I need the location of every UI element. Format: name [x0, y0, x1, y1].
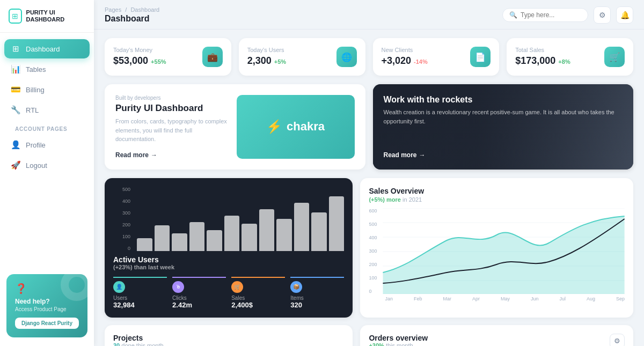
bar-item: [241, 224, 257, 251]
sidebar-nav: ⊞ Dashboard 📊 Tables 💳 Billing 🔧 RTL ACC…: [0, 33, 94, 270]
arrow-icon: →: [151, 151, 157, 159]
stat-value: +3,020 -14%: [382, 55, 428, 67]
users-stat-icon: 👤: [113, 281, 125, 293]
bar-item: [224, 216, 240, 251]
stat-info: New Clients +3,020 -14%: [382, 47, 428, 67]
bar-item: [155, 225, 170, 251]
promo-text: Built by developers Purity UI Dashboard …: [115, 95, 237, 159]
stat-value: $53,000 +55%: [113, 55, 166, 67]
dark-card-content: Work with the rockets Wealth creation is…: [384, 95, 623, 159]
notifications-button[interactable]: 🔔: [616, 6, 633, 24]
stat-card-clients: New Clients +3,020 -14% 📄: [373, 38, 500, 76]
bar-item: [207, 230, 222, 251]
bar-item: [294, 203, 310, 251]
read-more-link[interactable]: Read more →: [115, 151, 231, 159]
sidebar-item-rtl[interactable]: 🔧 RTL: [4, 100, 90, 120]
bottom-row: 5004003002001000: [105, 178, 633, 318]
settings-button[interactable]: ⚙: [594, 6, 611, 24]
stat-value: 2,300 +5%: [247, 55, 286, 67]
dark-card-title: Work with the rockets: [384, 95, 623, 105]
stat-label: New Clients: [382, 47, 428, 53]
stat-change: +55%: [151, 58, 166, 65]
items-stat-label: Items: [290, 295, 344, 301]
stat-change: +5%: [274, 58, 286, 65]
stat-cards: Today's Money $53,000 +55% 💼 Today's Use…: [105, 38, 633, 76]
promo-built-by: Built by developers: [115, 95, 231, 101]
arrow-icon: →: [419, 151, 426, 159]
sidebar-item-billing[interactable]: 💳 Billing: [4, 80, 90, 99]
sales-change: (+5%) more: [369, 196, 401, 203]
bar-item: [189, 222, 205, 251]
users-stat-label: Users: [113, 295, 167, 301]
orders-title: Orders overview: [369, 334, 428, 342]
breadcrumb-current: Dashboard: [130, 6, 159, 13]
bar-item: [276, 219, 292, 251]
dark-card-description: Wealth creation is a revolutionary recen…: [384, 108, 623, 126]
billing-icon: 💳: [11, 85, 20, 94]
orders-sub: +30% this month: [369, 342, 428, 347]
header-left: Pages / Dashboard Dashboard: [105, 6, 159, 24]
dark-read-more-link[interactable]: Read more →: [384, 151, 623, 159]
page-title: Dashboard: [105, 14, 159, 24]
orders-settings-button[interactable]: ⚙: [610, 334, 625, 347]
main-content: Pages / Dashboard Dashboard 🔍 ⚙ 🔔: [94, 0, 644, 346]
sales-title: Sales Overview: [369, 187, 625, 195]
sidebar-item-dashboard[interactable]: ⊞ Dashboard: [4, 39, 90, 58]
search-input[interactable]: [521, 11, 581, 19]
users-stat-value: 32,984: [113, 301, 167, 309]
sidebar-item-label: Logout: [26, 161, 47, 170]
bar-item: [329, 196, 345, 251]
chart-stat-clicks: 🖱 Clicks 2.42m: [172, 277, 226, 309]
sidebar-item-label: RTL: [26, 106, 39, 114]
sidebar-item-logout[interactable]: 🚀 Logout: [4, 156, 90, 175]
sidebar-logo: ⊞ PURITY UI DASHBOARD: [0, 9, 94, 33]
bar-item: [137, 238, 152, 251]
rtl-icon: 🔧: [11, 105, 20, 115]
stat-label: Total Sales: [515, 47, 570, 53]
stat-icon: 🌐: [336, 47, 357, 67]
stat-info: Today's Users 2,300 +5%: [247, 47, 286, 67]
bar-chart: [137, 187, 344, 251]
orders-header: Orders overview +30% this month ⚙: [369, 334, 625, 347]
help-button[interactable]: Django React Purity: [15, 318, 79, 329]
breadcrumb: Pages / Dashboard: [105, 6, 159, 13]
content-area: Today's Money $53,000 +55% 💼 Today's Use…: [94, 30, 644, 346]
projects-title: Projects: [113, 334, 344, 342]
sidebar-item-label: Billing: [26, 86, 45, 94]
active-users-card: 5004003002001000: [105, 178, 353, 318]
clicks-stat-value: 2.42m: [172, 301, 226, 309]
dark-promo-card: Work with the rockets Wealth creation is…: [373, 84, 634, 170]
chart-stat-users: 👤 Users 32,984: [113, 277, 167, 309]
middle-row: Built by developers Purity UI Dashboard …: [105, 84, 633, 170]
promo-description: From colors, cards, typography to comple…: [115, 117, 231, 144]
sidebar-item-tables[interactable]: 📊 Tables: [4, 60, 90, 79]
stat-icon: 💼: [202, 47, 223, 67]
header-right: 🔍 ⚙ 🔔: [502, 6, 633, 24]
profile-icon: 👤: [11, 140, 20, 150]
account-section-title: ACCOUNT PAGES: [4, 121, 90, 135]
y-axis-labels: 5004003002001000: [113, 187, 133, 251]
sidebar-item-profile[interactable]: 👤 Profile: [4, 135, 90, 154]
stat-icon: 🛒: [604, 47, 625, 67]
active-users-change-sub: than last week: [134, 264, 174, 270]
sidebar-item-label: Dashboard: [26, 45, 60, 53]
active-users-title: Active Users: [113, 255, 344, 264]
sales-stat-value: 2,400$: [231, 301, 285, 309]
home-icon: ⊞: [11, 44, 20, 54]
bell-icon: 🔔: [620, 11, 630, 19]
chart-stats: 👤 Users 32,984 🖱 Clicks 2.42m 🛒 Sales 2,…: [113, 277, 344, 309]
stat-change: +8%: [558, 58, 570, 65]
bar-item: [259, 209, 275, 251]
sales-stat-label: Sales: [231, 295, 285, 301]
stat-change: -14%: [414, 58, 428, 65]
chart-stat-sales: 🛒 Sales 2,400$: [231, 277, 285, 309]
search-box[interactable]: 🔍: [502, 8, 588, 22]
sidebar-item-label: Tables: [26, 65, 46, 73]
orders-title-area: Orders overview +30% this month: [369, 334, 428, 347]
promo-card-inner: Built by developers Purity UI Dashboard …: [115, 95, 355, 159]
chart-stat-items: 📦 Items 320: [290, 277, 344, 309]
help-subtitle: Access Product Page: [15, 306, 79, 312]
x-labels: JanFebMarAprMayJunJulAugSep: [369, 294, 625, 301]
projects-card: Projects 30 done this month: [105, 325, 353, 347]
sales-chart: 6005004003002001000: [369, 208, 625, 294]
